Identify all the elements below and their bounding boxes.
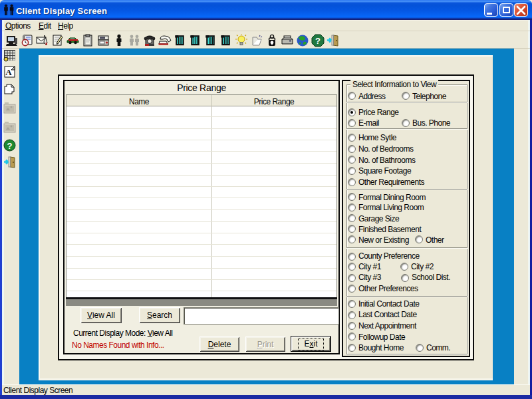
svg-text:A: A	[5, 67, 12, 77]
svg-text:?: ?	[7, 141, 13, 151]
svg-text:?: ?	[315, 36, 321, 46]
